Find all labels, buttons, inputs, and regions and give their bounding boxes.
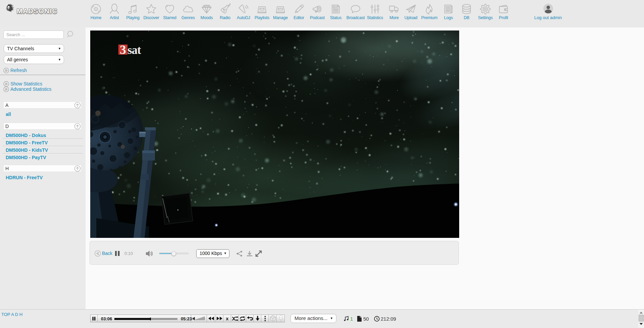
svg-text:sat: sat xyxy=(127,44,141,57)
svg-text:3: 3 xyxy=(120,43,126,57)
